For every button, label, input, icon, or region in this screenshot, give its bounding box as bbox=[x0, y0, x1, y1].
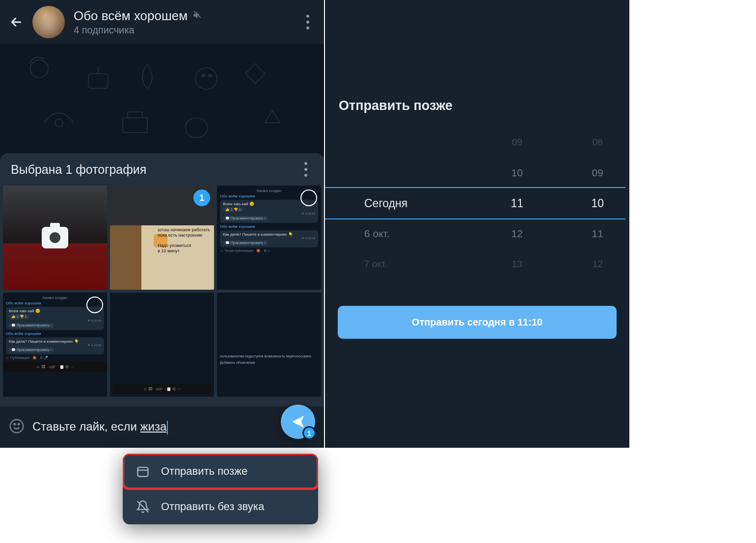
thumb-text: Обо всём хорошем bbox=[220, 224, 318, 229]
attachment-sheet: Выбрана 1 фотография штош начинаем работ… bbox=[0, 153, 324, 448]
chat-background bbox=[0, 44, 324, 157]
caption-text: Ставьте лайк, если bbox=[32, 420, 140, 433]
text-caret bbox=[167, 421, 168, 434]
thumb-text: 👁 6 20:39 bbox=[9, 344, 101, 347]
photo-gallery: штош начинаем работать пока есть настрое… bbox=[0, 186, 324, 397]
sheet-header: Выбрана 1 фотография bbox=[0, 153, 324, 186]
canvas-fill bbox=[0, 448, 756, 543]
chat-subtitle: 4 подписчика bbox=[74, 25, 292, 36]
svg-point-0 bbox=[30, 60, 48, 78]
thumb-text: 👍 1 👎 1 bbox=[223, 207, 243, 212]
thumb-text: штош начинаем работать bbox=[158, 227, 210, 232]
chat-screen: Обо всём хорошем 4 подписчика bbox=[0, 0, 324, 448]
menu-item-label: Отправить без звука bbox=[161, 500, 264, 513]
gallery-thumb[interactable]: ☺ 🖼 GIF 📋 ⚙ ⋯ bbox=[110, 293, 214, 397]
wheel-value-selected: Сегодня bbox=[364, 191, 443, 216]
thumb-text: 👁 6 20:39 bbox=[223, 237, 315, 240]
canvas-fill bbox=[629, 0, 756, 448]
bell-off-icon bbox=[135, 500, 150, 514]
avatar[interactable] bbox=[32, 6, 65, 38]
send-count-badge: 1 bbox=[302, 426, 316, 440]
sheet-menu-button[interactable] bbox=[298, 162, 313, 177]
thumb-text: Надо уложиться bbox=[158, 243, 191, 248]
datetime-picker[interactable]: Сегодня 6 окт. 7 окт. 09 10 11 12 13 08 … bbox=[325, 136, 629, 271]
thumb-text: GIF bbox=[49, 365, 55, 369]
kebab-icon bbox=[306, 21, 309, 24]
thumb-text: 👁 6 20:39 bbox=[9, 319, 101, 322]
svg-point-8 bbox=[14, 424, 16, 425]
gallery-thumb[interactable]: пользователям недоступна возможность пер… bbox=[217, 293, 321, 397]
thumb-text: пользователям недоступна возможность пер… bbox=[220, 354, 318, 358]
svg-rect-1 bbox=[88, 74, 108, 88]
thumb-text: Тихая публикация bbox=[224, 249, 253, 252]
wheel-value-selected: 10 bbox=[591, 191, 604, 216]
thumb-text: Прокомментировать bbox=[17, 324, 49, 327]
svg-point-7 bbox=[10, 420, 24, 433]
menu-item-silent[interactable]: Отправить без звука bbox=[123, 489, 318, 524]
schedule-dialog: Отправить позже Сегодня 6 окт. 7 окт. 09… bbox=[325, 0, 629, 448]
send-button[interactable]: 1 bbox=[281, 405, 315, 439]
gallery-thumb[interactable]: Канал создан Обо всём хорошем Всем хаю-х… bbox=[217, 186, 321, 290]
gallery-thumb[interactable]: штош начинаем работать пока есть настрое… bbox=[110, 186, 214, 290]
thumb-text: Всем хаю-хай 😊 bbox=[223, 202, 315, 206]
menu-item-label: Отправить позже bbox=[161, 465, 247, 478]
svg-point-5 bbox=[55, 119, 63, 127]
thumb-text: Как дела? Пишите в комментариях 👇 bbox=[223, 232, 315, 237]
wheel-value: 09 bbox=[512, 130, 522, 155]
wheel-value: 12 bbox=[512, 221, 523, 246]
sheet-title: Выбрана 1 фотография bbox=[11, 163, 298, 177]
thumb-text: GIF bbox=[156, 387, 162, 391]
selection-circle[interactable] bbox=[300, 190, 317, 206]
selection-circle[interactable] bbox=[86, 297, 103, 313]
svg-point-9 bbox=[18, 424, 20, 425]
chat-header: Обо всём хорошем 4 подписчика bbox=[0, 0, 324, 44]
muted-icon bbox=[192, 10, 202, 22]
thumb-text: Прокомментировать bbox=[231, 217, 263, 220]
back-button[interactable] bbox=[9, 15, 24, 29]
svg-point-3 bbox=[202, 74, 205, 77]
thumb-text: Прокомментировать bbox=[17, 348, 49, 352]
thumb-text: пока есть настроение bbox=[158, 233, 202, 238]
wheel-value bbox=[364, 161, 443, 185]
thumb-text: Обо всём хорошем bbox=[6, 331, 104, 336]
thumb-text: Добавить объяснение bbox=[220, 361, 318, 364]
wheel-value: 13 bbox=[512, 252, 522, 276]
wheel-value: 10 bbox=[512, 161, 523, 185]
thumb-text: Публикация bbox=[10, 356, 29, 359]
selection-badge[interactable]: 1 bbox=[193, 190, 210, 206]
kebab-icon bbox=[304, 168, 307, 171]
camera-tile[interactable] bbox=[3, 186, 107, 290]
hour-wheel[interactable]: 09 10 11 12 13 bbox=[511, 130, 523, 276]
wheel-value: 09 bbox=[592, 161, 603, 185]
chat-title-block[interactable]: Обо всём хорошем 4 подписчика bbox=[74, 8, 292, 36]
send-options-menu: Отправить позже Отправить без звука bbox=[123, 454, 318, 524]
wheel-value: 6 окт. bbox=[364, 221, 443, 246]
thumb-text: 👁 6 20:39 bbox=[223, 212, 315, 215]
confirm-schedule-button[interactable]: Отправить сегодня в 11:10 bbox=[338, 306, 617, 339]
minute-wheel[interactable]: 08 09 10 11 12 bbox=[591, 130, 604, 276]
wheel-value bbox=[364, 130, 443, 155]
caption-input[interactable]: Ставьте лайк, если жиза bbox=[32, 420, 315, 434]
wheel-value: 08 bbox=[593, 130, 603, 155]
doodle-pattern bbox=[0, 44, 324, 157]
chat-title: Обо всём хорошем bbox=[74, 8, 188, 24]
wheel-value: 7 окт. bbox=[364, 252, 443, 276]
header-menu-button[interactable] bbox=[300, 15, 315, 29]
wheel-value: 12 bbox=[593, 252, 603, 276]
gallery-thumb[interactable]: Канал создан Обо всём хорошем Всем хаю-х… bbox=[3, 293, 107, 397]
thumb-text: Всем хаю-хай 😊 bbox=[9, 309, 101, 313]
svg-point-4 bbox=[209, 74, 212, 77]
thumb-text: Как дела? Пишите в комментариях 👇 bbox=[9, 339, 101, 344]
svg-point-2 bbox=[195, 68, 217, 89]
thumb-text: в 10 минут bbox=[158, 248, 180, 253]
composer: Ставьте лайк, если жиза 1 bbox=[0, 407, 324, 448]
thumb-text: Прокомментировать bbox=[231, 241, 263, 244]
calendar-icon bbox=[135, 464, 150, 478]
emoji-button[interactable] bbox=[9, 418, 25, 436]
svg-rect-6 bbox=[138, 467, 148, 477]
camera-icon bbox=[42, 227, 68, 248]
wheel-value: 11 bbox=[592, 221, 603, 246]
menu-item-schedule[interactable]: Отправить позже bbox=[123, 454, 318, 489]
date-wheel[interactable]: Сегодня 6 окт. 7 окт. bbox=[364, 130, 443, 276]
caption-text-underlined: жиза bbox=[140, 420, 167, 433]
